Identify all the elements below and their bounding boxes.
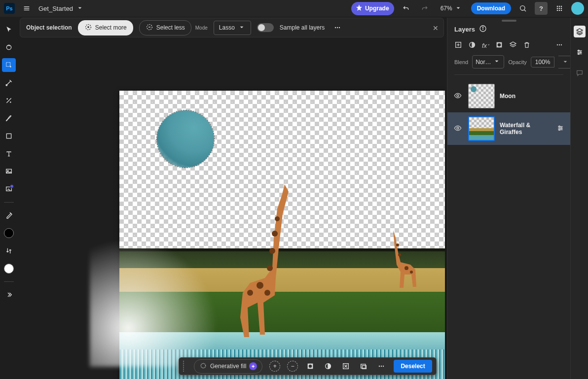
svg-point-33	[269, 248, 275, 254]
svg-point-3	[520, 6, 525, 10]
mask-layer-button[interactable]	[495, 41, 503, 50]
panel-grip[interactable]	[502, 20, 516, 22]
svg-point-54	[482, 27, 483, 28]
select-less-label: Select less	[156, 24, 185, 31]
svg-point-35	[257, 282, 263, 289]
shape-tool[interactable]	[2, 129, 16, 143]
contract-selection-button[interactable]: −	[287, 361, 298, 372]
add-layer-button[interactable]	[454, 41, 462, 50]
remove-bg-button[interactable]	[340, 361, 351, 372]
object-selection-tool[interactable]	[2, 58, 16, 72]
apps-grid-button[interactable]	[552, 1, 566, 15]
selection-action-bar: Generative fill ✦ + − Deselect	[179, 357, 437, 375]
stack-layers-button[interactable]	[509, 41, 517, 50]
svg-point-39	[398, 253, 401, 256]
svg-point-64	[457, 95, 459, 97]
chevron-down-icon	[454, 4, 462, 13]
generative-fill-label: Generative fill	[210, 363, 246, 370]
eyedropper-tool[interactable]	[2, 208, 16, 222]
place-image-tool[interactable]	[2, 165, 16, 178]
artboard[interactable]	[119, 91, 445, 379]
undo-button[interactable]	[399, 1, 413, 15]
upgrade-label: Upgrade	[365, 5, 389, 12]
svg-point-8	[557, 8, 558, 9]
svg-point-65	[457, 127, 459, 129]
adjustment-button[interactable]	[323, 361, 333, 372]
redo-button[interactable]	[418, 1, 432, 15]
document-title-dropdown[interactable]: Get_Started	[38, 4, 84, 13]
brush-tool[interactable]	[2, 111, 16, 125]
svg-point-22	[6, 45, 11, 49]
more-tools[interactable]	[2, 288, 16, 302]
opacity-label: Opacity	[508, 59, 526, 65]
zoom-dropdown[interactable]: 67%	[437, 2, 466, 15]
layers-panel: Layers fx˅ Blend Nor… Opacity 100% Moon	[447, 18, 570, 379]
layers-rail-button[interactable]	[574, 26, 586, 37]
quick-selection-tool[interactable]	[2, 76, 16, 90]
layers-panel-title: Layers	[454, 26, 475, 33]
mask-button[interactable]	[305, 361, 316, 372]
sample-all-layers-toggle[interactable]	[257, 23, 274, 32]
remove-tool[interactable]	[2, 94, 16, 107]
blend-mode-value: Nor…	[476, 59, 491, 66]
svg-point-32	[272, 231, 278, 237]
transform-tool[interactable]	[2, 40, 16, 54]
layer-filters-icon[interactable]	[555, 124, 565, 134]
canvas-area[interactable]: Generative fill ✦ + − Deselect	[18, 37, 447, 379]
layer-name: Moon	[500, 93, 565, 100]
blend-mode-dropdown[interactable]: Nor…	[472, 55, 504, 69]
select-less-button[interactable]: Select less	[139, 20, 191, 35]
foreground-color[interactable]	[2, 226, 16, 240]
generative-tool[interactable]	[2, 182, 16, 196]
layer-thumb-moon	[468, 84, 495, 108]
more-options-button[interactable]	[331, 21, 344, 34]
info-icon[interactable]	[479, 25, 487, 34]
layer-row-waterfall[interactable]: Waterfall & Giraffes	[447, 112, 570, 145]
generative-fill-button[interactable]: Generative fill ✦	[194, 359, 262, 374]
delete-layer-button[interactable]	[523, 41, 531, 50]
deselect-button[interactable]: Deselect	[394, 360, 432, 373]
svg-point-51	[383, 366, 384, 367]
close-options-button[interactable]: ✕	[433, 24, 439, 32]
move-tool[interactable]	[2, 23, 16, 36]
adjustment-layer-button[interactable]	[468, 41, 476, 50]
deselect-label: Deselect	[401, 363, 425, 370]
upgrade-button[interactable]: Upgrade	[351, 2, 394, 15]
help-button[interactable]: ?	[535, 2, 548, 15]
blend-label: Blend	[454, 59, 468, 65]
moon-selection[interactable]	[157, 110, 214, 168]
svg-point-61	[557, 44, 558, 45]
svg-point-60	[498, 43, 501, 47]
layers-more-button[interactable]	[555, 41, 563, 50]
comments-rail-button[interactable]	[574, 67, 586, 79]
background-color[interactable]	[2, 262, 16, 276]
hamburger-menu[interactable]	[20, 1, 34, 15]
more-actions-button[interactable]	[376, 361, 387, 372]
visibility-toggle[interactable]	[452, 92, 463, 101]
layer-fx-button[interactable]: fx˅	[482, 42, 489, 49]
swap-colors[interactable]	[2, 244, 16, 258]
layer-name: Waterfall & Giraffes	[500, 122, 551, 136]
mode-dropdown[interactable]: Lasso	[214, 21, 251, 35]
user-avatar[interactable]	[571, 2, 584, 15]
expand-selection-button[interactable]: +	[269, 361, 280, 372]
ps-logo: Ps	[4, 3, 15, 14]
download-button[interactable]: Download	[471, 2, 511, 14]
select-more-button[interactable]: Select more	[78, 20, 133, 35]
svg-point-37	[264, 290, 270, 296]
svg-point-42	[201, 363, 205, 368]
layer-row-moon[interactable]: Moon	[447, 80, 570, 112]
crop-to-selection-button[interactable]	[358, 361, 369, 372]
opacity-value[interactable]: 100%	[531, 57, 555, 68]
properties-rail-button[interactable]	[574, 46, 586, 58]
tool-name-label: Object selection	[26, 24, 72, 31]
search-button[interactable]	[516, 1, 530, 15]
svg-point-20	[337, 27, 338, 28]
drag-grip-icon[interactable]	[183, 361, 186, 372]
svg-point-21	[339, 27, 340, 28]
svg-point-50	[381, 366, 382, 367]
text-tool[interactable]	[2, 147, 16, 161]
visibility-toggle[interactable]	[452, 124, 463, 134]
svg-point-11	[557, 10, 558, 11]
svg-point-25	[7, 99, 7, 99]
